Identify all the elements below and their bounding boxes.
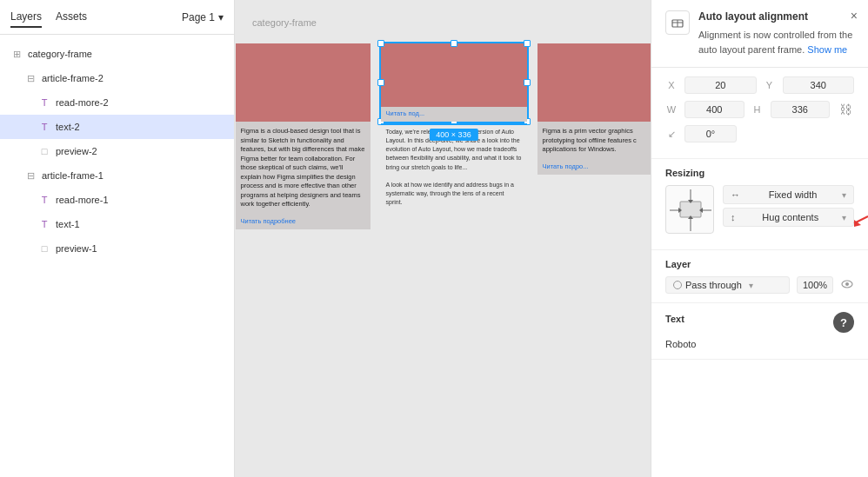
card-image-left <box>236 43 371 122</box>
visibility-toggle[interactable] <box>840 277 854 294</box>
resize-handle-tm[interactable] <box>451 40 457 47</box>
show-me-link[interactable]: Show me <box>807 44 847 55</box>
resizing-visual: ↔ Fixed width ▾ ↕ Hug contents ▾ <box>665 185 854 234</box>
card-link-left[interactable]: Читать подробнее <box>236 215 371 229</box>
resize-handle-tr[interactable] <box>524 40 531 47</box>
canvas-area[interactable]: category-frame Figma is a cloud-based de… <box>235 0 651 477</box>
frame-icon: ⊟ <box>24 170 37 182</box>
card-text-left: Figma is a cloud-based design tool that … <box>236 122 371 215</box>
canvas-content: Figma is a cloud-based design tool that … <box>244 26 642 468</box>
auto-layout-icon <box>665 10 690 35</box>
resize-dropdown: ↔ Fixed width ▾ ↕ Hug contents ▾ <box>723 185 854 227</box>
svg-point-15 <box>845 282 849 286</box>
rect-icon: □ <box>38 146 50 156</box>
geometry-section: X 20 Y 340 W 400 H 336 ⛓ ↙ 0° <box>651 68 868 159</box>
resize-handle-tl[interactable] <box>377 40 384 47</box>
w-value[interactable]: 400 <box>684 101 744 118</box>
y-label: Y <box>764 80 776 90</box>
page-selector[interactable]: Page 1 ▾ <box>182 11 224 23</box>
height-resize-option[interactable]: ↕ Hug contents ▾ <box>723 208 854 227</box>
text-section: Text ? Roboto <box>651 303 868 360</box>
text-icon: T <box>38 195 50 205</box>
layer-list: ⊞ category-frame ⊟ article-frame-2 T rea… <box>0 35 234 477</box>
font-name: Roboto <box>665 339 696 349</box>
svg-rect-3 <box>680 202 701 217</box>
layer-section: Layer Pass through ▾ 100% <box>651 250 868 303</box>
card-image-right <box>537 43 651 122</box>
layer-item-article-frame-2[interactable]: ⊟ article-frame-2 <box>0 66 234 90</box>
resize-handle-mr[interactable] <box>524 79 531 86</box>
right-article-card[interactable]: Figma is a prim vector graphics prototyp… <box>537 43 651 175</box>
layer-item-preview-2[interactable]: □ preview-2 <box>0 139 234 163</box>
rotate-label: ↙ <box>665 129 678 140</box>
x-value[interactable]: 20 <box>684 76 757 94</box>
layer-name: category-frame <box>28 49 92 59</box>
red-arrow-indicator <box>849 213 868 231</box>
layer-name: article-frame-1 <box>42 170 103 181</box>
card-link-right[interactable]: Читать подро... <box>537 160 651 175</box>
layer-item-category-frame[interactable]: ⊞ category-frame <box>0 42 234 66</box>
resizing-section: Resizing <box>651 159 868 250</box>
resizing-title: Resizing <box>665 168 854 178</box>
wh-row: W 400 H 336 ⛓ <box>665 101 854 118</box>
layer-name: preview-1 <box>56 243 97 254</box>
xy-row: X 20 Y 340 <box>665 76 854 94</box>
h-value[interactable]: 336 <box>771 101 831 118</box>
opacity-value[interactable]: 100% <box>797 276 833 294</box>
resize-handle-ml[interactable] <box>377 79 384 86</box>
layer-name: text-1 <box>56 219 80 229</box>
card-text-right: Figma is a prim vector graphics prototyp… <box>537 122 651 160</box>
x-label: X <box>665 80 678 90</box>
panel-tabs: Layers Assets Page 1 ▾ <box>0 0 234 35</box>
layer-name: preview-2 <box>56 146 97 156</box>
layer-item-article-frame-1[interactable]: ⊟ article-frame-1 <box>0 163 234 188</box>
rect-icon: □ <box>38 243 50 254</box>
font-name-row: Roboto <box>665 338 854 350</box>
text-icon: T <box>38 97 50 108</box>
notification-bar: Auto layout alignment Alignment is now c… <box>651 0 868 68</box>
layer-item-text-2[interactable]: T text-2 <box>0 115 234 139</box>
rotate-value[interactable]: 0° <box>684 125 737 142</box>
help-button[interactable]: ? <box>833 312 854 333</box>
layer-item-read-more-2[interactable]: T read-more-2 <box>0 90 234 115</box>
resize-diagram-svg <box>666 186 715 235</box>
notification-close-button[interactable]: × <box>851 9 858 23</box>
constrain-proportions-button[interactable]: ⛓ <box>837 103 854 116</box>
text-selection-overlay: Today, we're releasing the latest versio… <box>381 123 527 125</box>
y-value[interactable]: 340 <box>783 76 855 94</box>
layer-name: read-more-2 <box>56 97 109 108</box>
layer-item-preview-1[interactable]: □ preview-1 <box>0 236 234 261</box>
frame-icon: ⊟ <box>24 73 37 84</box>
resize-arrows <box>666 186 713 233</box>
layer-name: text-2 <box>56 122 80 132</box>
notification-content: Auto layout alignment Alignment is now c… <box>665 10 854 56</box>
width-chevron: ▾ <box>842 190 846 200</box>
height-chevron: ▾ <box>842 213 846 222</box>
center-article-card[interactable]: Today, we're releasing the latest versio… <box>381 43 527 122</box>
blend-mode-label: Pass through <box>685 280 742 290</box>
text-title: Text <box>665 314 684 324</box>
width-resize-option[interactable]: ↔ Fixed width ▾ <box>723 185 854 204</box>
card-link-center[interactable]: Читать под... <box>381 107 527 122</box>
layer-name: article-frame-2 <box>42 73 103 83</box>
notification-body: Alignment is now controlled from the aut… <box>698 28 854 56</box>
right-panel: Auto layout alignment Alignment is now c… <box>651 0 868 477</box>
left-article-card[interactable]: Figma is a cloud-based design tool that … <box>236 43 371 229</box>
notification-text-container: Auto layout alignment Alignment is now c… <box>698 10 854 56</box>
layer-controls-row: Pass through ▾ 100% <box>665 276 854 294</box>
layer-item-read-more-1[interactable]: T read-more-1 <box>0 188 234 212</box>
tab-layers[interactable]: Layers <box>10 7 42 28</box>
card-dimensions-badge: 400 × 336 <box>429 129 477 141</box>
layer-name: read-more-1 <box>56 195 109 205</box>
blend-dot <box>673 281 682 289</box>
w-label: W <box>665 104 678 115</box>
layer-item-text-1[interactable]: T text-1 <box>0 212 234 236</box>
frame-icon: ⊞ <box>10 49 23 60</box>
tab-assets[interactable]: Assets <box>56 7 87 28</box>
h-label: H <box>751 104 764 115</box>
resize-diagram <box>665 185 714 234</box>
blend-mode-selector[interactable]: Pass through ▾ <box>665 276 790 294</box>
text-icon: T <box>38 122 50 132</box>
left-panel: Layers Assets Page 1 ▾ ⊞ category-frame … <box>0 0 235 477</box>
layer-title: Layer <box>665 259 854 269</box>
